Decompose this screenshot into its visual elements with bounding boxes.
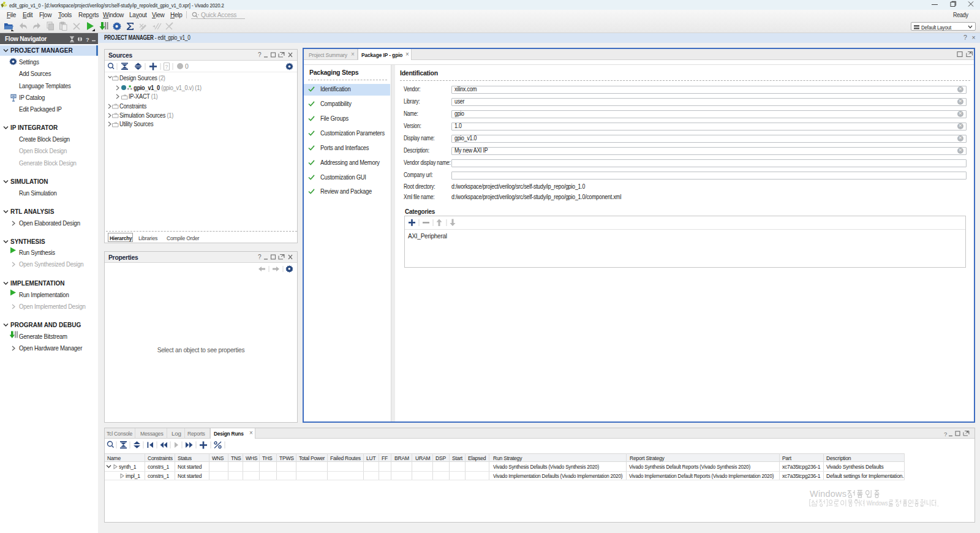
svg-text:?: ? bbox=[86, 36, 89, 42]
svg-text:?: ? bbox=[165, 64, 168, 70]
svg-text:?: ? bbox=[258, 254, 262, 260]
svg-text:?: ? bbox=[258, 51, 262, 58]
svg-text:?: ? bbox=[944, 431, 947, 437]
svg-text:0: 0 bbox=[185, 62, 189, 70]
svg-text:Windows: Windows bbox=[867, 499, 888, 507]
